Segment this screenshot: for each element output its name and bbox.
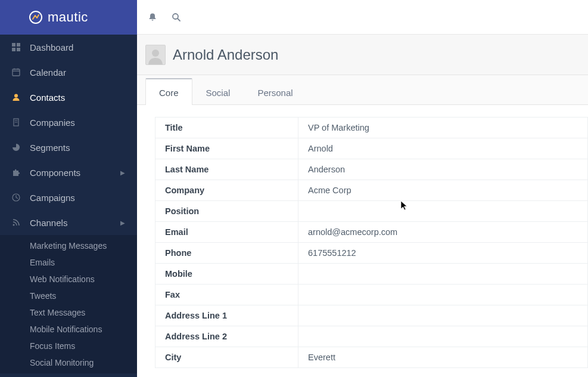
detail-field-value: arnold@acmecorp.com <box>298 222 588 243</box>
sidebar-item-segments[interactable]: Segments <box>0 135 137 160</box>
subnav-label: Tweets <box>30 291 56 301</box>
piechart-icon <box>12 143 21 152</box>
contact-avatar <box>145 45 166 65</box>
detail-row: Last NameAnderson <box>155 159 588 180</box>
subnav-label: Marketing Messages <box>30 241 107 251</box>
tab-label: Core <box>159 88 179 98</box>
sidebar-item-label: Segments <box>30 143 125 153</box>
svg-rect-1 <box>12 43 15 47</box>
subnav-item-emails[interactable]: Emails <box>0 254 137 271</box>
detail-field-value: VP of Marketing <box>298 118 588 138</box>
detail-field-label: First Name <box>155 138 298 159</box>
subnav-label: Mobile Notifications <box>30 325 102 334</box>
rss-icon <box>12 218 21 227</box>
sidebar-subnav-channels: Marketing Messages Emails Web Notificati… <box>0 235 137 373</box>
contact-detail-table: TitleVP of MarketingFirst NameArnoldLast… <box>155 117 588 368</box>
tab-label: Personal <box>257 88 293 98</box>
detail-row: First NameArnold <box>155 138 588 159</box>
tab-personal[interactable]: Personal <box>244 79 306 105</box>
chevron-right-icon: ▶ <box>120 220 125 226</box>
sidebar-item-label: Dashboard <box>30 42 125 52</box>
brand-logo[interactable]: mautic <box>29 10 88 25</box>
svg-rect-14 <box>17 122 18 123</box>
brand-name: mautic <box>48 10 88 25</box>
detail-row: Address Line 2 <box>155 326 588 347</box>
grid-icon <box>12 43 21 51</box>
subnav-label: Emails <box>30 258 55 267</box>
sidebar: Dashboard Calendar Contacts Companies Se… <box>0 35 137 377</box>
detail-field-value: 6175551212 <box>298 243 588 264</box>
detail-field-label: Email <box>155 222 298 243</box>
svg-point-19 <box>152 50 159 57</box>
detail-field-label: Address Line 1 <box>155 305 298 326</box>
svg-point-9 <box>14 94 18 98</box>
sidebar-item-campaigns[interactable]: Campaigns <box>0 185 137 210</box>
svg-point-16 <box>13 224 15 226</box>
detail-field-label: Company <box>155 180 298 201</box>
notifications-icon[interactable] <box>148 13 157 22</box>
subnav-label: Social Monitoring <box>30 358 94 367</box>
detail-field-label: Phone <box>155 243 298 264</box>
page-title: Arnold Anderson <box>173 47 278 63</box>
subnav-label: Text Messages <box>30 308 85 317</box>
subnav-item-mobile-notifications[interactable]: Mobile Notifications <box>0 321 137 338</box>
subnav-item-focus-items[interactable]: Focus Items <box>0 338 137 354</box>
sidebar-item-calendar[interactable]: Calendar <box>0 60 137 85</box>
calendar-icon <box>12 68 21 76</box>
detail-field-label: Address Line 2 <box>155 326 298 347</box>
sidebar-item-label: Channels <box>30 218 120 228</box>
detail-row: Phone6175551212 <box>155 243 588 264</box>
detail-row: CityEverett <box>155 347 588 368</box>
svg-rect-13 <box>15 122 16 123</box>
search-icon[interactable] <box>172 13 181 22</box>
page-header: Arnold Anderson <box>137 35 588 75</box>
sidebar-item-label: Contacts <box>30 92 125 103</box>
detail-row: CompanyAcme Corp <box>155 180 588 201</box>
subnav-label: Web Notifications <box>30 274 95 284</box>
tab-core[interactable]: Core <box>145 78 192 105</box>
tabbar: Core Social Personal <box>137 75 588 105</box>
sidebar-item-dashboard[interactable]: Dashboard <box>0 35 137 60</box>
detail-field-label: Title <box>155 118 298 138</box>
chevron-right-icon: ▶ <box>120 169 125 176</box>
svg-rect-3 <box>12 48 15 51</box>
mautic-logo-icon <box>29 10 43 24</box>
sidebar-item-label: Calendar <box>30 67 125 78</box>
sidebar-item-label: Companies <box>30 118 125 128</box>
detail-field-value <box>298 264 588 285</box>
subnav-label: Focus Items <box>30 341 75 351</box>
svg-rect-4 <box>17 48 20 51</box>
detail-row: Address Line 1 <box>155 305 588 326</box>
subnav-item-text-messages[interactable]: Text Messages <box>0 304 137 321</box>
subnav-item-social-monitoring[interactable]: Social Monitoring <box>0 354 137 371</box>
user-icon <box>12 93 21 101</box>
brand-bar: mautic <box>0 0 137 35</box>
sidebar-item-components[interactable]: Components ▶ <box>0 160 137 185</box>
detail-field-value: Acme Corp <box>298 180 588 201</box>
detail-field-label: City <box>155 347 298 368</box>
sidebar-item-companies[interactable]: Companies <box>0 110 137 135</box>
detail-field-value: Arnold <box>298 138 588 159</box>
sidebar-item-channels[interactable]: Channels ▶ <box>0 210 137 235</box>
subnav-item-marketing-messages[interactable]: Marketing Messages <box>0 237 137 254</box>
topbar <box>137 0 588 35</box>
detail-row: Position <box>155 201 588 222</box>
detail-row: Emailarnold@acmecorp.com <box>155 222 588 243</box>
detail-field-label: Fax <box>155 285 298 305</box>
detail-field-label: Mobile <box>155 264 298 285</box>
subnav-item-tweets[interactable]: Tweets <box>0 288 137 304</box>
detail-field-label: Position <box>155 201 298 222</box>
clock-icon <box>12 193 21 202</box>
sidebar-item-label: Campaigns <box>30 193 125 203</box>
sidebar-item-contacts[interactable]: Contacts <box>0 85 137 110</box>
sidebar-item-label: Components <box>30 168 120 178</box>
detail-field-value <box>298 305 588 326</box>
detail-field-value: Everett <box>298 347 588 368</box>
svg-rect-5 <box>13 69 20 76</box>
detail-row: Mobile <box>155 264 588 285</box>
tab-social[interactable]: Social <box>192 79 244 105</box>
svg-line-18 <box>178 18 180 21</box>
detail-field-value <box>298 326 588 347</box>
subnav-item-web-notifications[interactable]: Web Notifications <box>0 271 137 288</box>
content-pane: TitleVP of MarketingFirst NameArnoldLast… <box>137 105 588 377</box>
